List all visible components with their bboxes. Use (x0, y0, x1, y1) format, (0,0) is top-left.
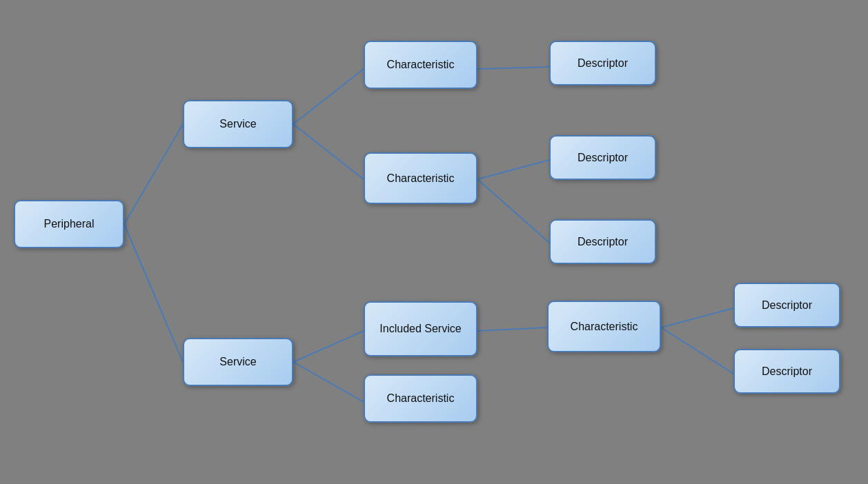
desc4-node: Descriptor (733, 283, 840, 327)
char2-node: Characteristic (364, 152, 477, 204)
desc5-node: Descriptor (733, 349, 840, 394)
desc3-node: Descriptor (549, 219, 656, 264)
svg-line-7 (477, 160, 549, 179)
service1-node: Service (183, 100, 293, 148)
svg-line-4 (293, 331, 364, 362)
desc1-node: Descriptor (549, 41, 656, 85)
char1-node: Characteristic (364, 41, 477, 89)
peripheral-node: Peripheral (14, 200, 124, 248)
included-service-node: Included Service (364, 301, 477, 356)
char4-node: Characteristic (547, 301, 661, 352)
diagram-container: Peripheral Service Service Characteristi… (0, 0, 868, 484)
char3-node: Characteristic (364, 374, 477, 423)
svg-line-10 (661, 308, 733, 327)
svg-line-2 (293, 69, 364, 124)
svg-line-11 (661, 327, 733, 374)
desc2-node: Descriptor (549, 135, 656, 180)
svg-line-8 (477, 179, 549, 243)
service2-node: Service (183, 338, 293, 386)
svg-line-9 (477, 327, 547, 331)
svg-line-5 (293, 362, 364, 402)
svg-line-6 (477, 67, 549, 69)
svg-line-1 (124, 224, 183, 362)
svg-line-3 (293, 124, 364, 179)
svg-line-0 (124, 124, 183, 224)
